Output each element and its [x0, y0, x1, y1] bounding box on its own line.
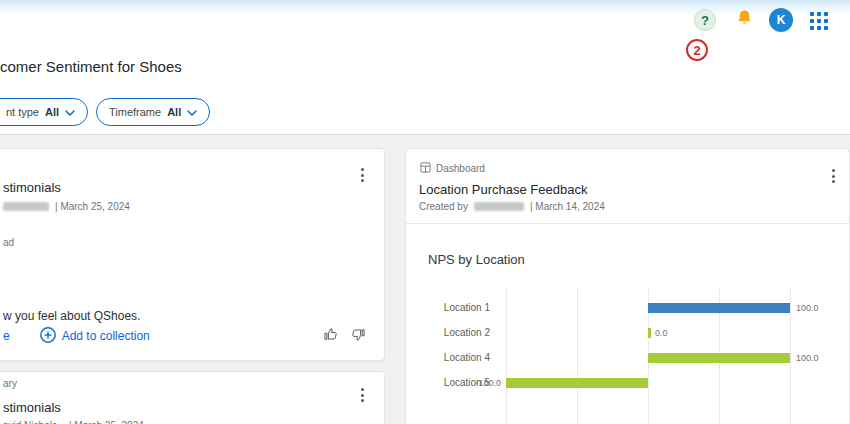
- nps-chart-rows: Location 1100.0Location 20.0Location 410…: [422, 295, 826, 395]
- app-launcher-button[interactable]: [808, 10, 830, 32]
- card-action-row: e Add to collection: [3, 325, 368, 347]
- chart-value-label: 100.0: [796, 303, 819, 313]
- chart-bar[interactable]: [648, 328, 651, 338]
- global-topbar: ? K: [0, 0, 850, 40]
- card-title[interactable]: stimonials: [3, 180, 61, 195]
- chart-row: Location 4100.0: [422, 345, 826, 370]
- card-title[interactable]: stimonials: [3, 400, 61, 415]
- card-title[interactable]: Location Purchase Feedback: [419, 182, 587, 197]
- dashboard-icon: [420, 162, 431, 175]
- created-by-label: Created by: [419, 201, 468, 212]
- chart-row: Location 5-100.0: [422, 370, 826, 395]
- chart-title: NPS by Location: [428, 252, 525, 267]
- collection-content: stimonials | March 25, 2024 ad w you fee…: [0, 134, 850, 424]
- card-body-text: w you feel about QShoes.: [3, 309, 140, 323]
- add-to-collection-button[interactable]: Add to collection: [40, 327, 150, 346]
- chart-row: Location 1100.0: [422, 295, 826, 320]
- filter-chip-timeframe[interactable]: Timeframe All: [96, 98, 210, 126]
- chart-bar[interactable]: [648, 303, 790, 313]
- help-button[interactable]: ?: [694, 9, 716, 31]
- app-window: ? K comer Sentiment for Shoes: [0, 0, 850, 424]
- card-testimonials-1: stimonials | March 25, 2024 ad w you fee…: [0, 148, 385, 361]
- card-dashboard: Dashboard Location Purchase Feedback Cre…: [405, 148, 850, 424]
- chart-value-label: 0.0: [655, 328, 668, 338]
- chevron-down-icon: [187, 106, 197, 118]
- filter-bar: nt type All Timeframe All: [0, 94, 850, 134]
- chart-bar-area: 100.0: [506, 295, 826, 320]
- chart-bar[interactable]: [648, 353, 790, 363]
- card-testimonials-2: ary stimonials avid Nichols | March 25, …: [0, 371, 385, 424]
- nps-chart: Location 1100.0Location 20.0Location 410…: [422, 289, 834, 424]
- card-divider: [406, 223, 849, 224]
- card-meta: avid Nichols | March 25, 2024: [3, 420, 144, 424]
- filter-chip-content-type[interactable]: nt type All: [0, 98, 88, 126]
- card-overflow-button[interactable]: [359, 386, 366, 404]
- bell-icon: [735, 8, 754, 32]
- thumbs-down-icon: [351, 327, 366, 346]
- card-meta: | March 25, 2024: [3, 201, 130, 212]
- card-meta: Created by | March 14, 2024: [419, 201, 605, 212]
- chart-value-label: 100.0: [796, 353, 819, 363]
- chip-value: All: [45, 106, 59, 118]
- chart-category-label: Location 2: [422, 327, 506, 338]
- user-avatar[interactable]: K: [769, 8, 793, 32]
- chart-category-label: Location 1: [422, 302, 506, 313]
- chip-label: Timeframe: [109, 106, 161, 118]
- chevron-down-icon: [65, 106, 75, 118]
- chart-value-label: -100.0: [475, 378, 501, 388]
- chip-value: All: [167, 106, 181, 118]
- chart-bar[interactable]: [506, 378, 648, 388]
- thumbs-up-icon: [323, 327, 338, 346]
- card-date: | March 14, 2024: [530, 201, 605, 212]
- chart-bar-area: -100.0: [506, 370, 826, 395]
- plus-circle-icon: [40, 327, 56, 346]
- collection-header: comer Sentiment for Shoes Hide Filters: [0, 40, 850, 94]
- card-type: Dashboard: [420, 162, 485, 175]
- redacted-author: [474, 202, 524, 211]
- chart-category-label: Location 4: [422, 352, 506, 363]
- chart-bar-area: 100.0: [506, 345, 826, 370]
- chart-bar-area: 0.0: [506, 320, 826, 345]
- annotation-step-badge: 2: [686, 39, 708, 61]
- notifications-button[interactable]: [733, 9, 755, 31]
- card-type-label: Dashboard: [436, 163, 485, 174]
- thumbs-up-button[interactable]: [320, 326, 340, 346]
- attachment-fragment: ad: [3, 237, 14, 248]
- card-overflow-button[interactable]: [830, 167, 837, 185]
- action-link-fragment[interactable]: e: [3, 329, 10, 343]
- page-title: comer Sentiment for Shoes: [0, 40, 182, 94]
- chip-label: nt type: [6, 106, 39, 118]
- card-date: | March 25, 2024: [69, 420, 144, 424]
- add-to-collection-label: Add to collection: [62, 329, 150, 343]
- chart-row: Location 20.0: [422, 320, 826, 345]
- card-author: avid Nichols: [3, 420, 57, 424]
- redacted-author: [3, 202, 49, 211]
- card-date: | March 25, 2024: [55, 201, 130, 212]
- thumbs-down-button[interactable]: [348, 326, 368, 346]
- card-type-fragment: ary: [3, 378, 17, 389]
- card-overflow-button[interactable]: [359, 166, 366, 184]
